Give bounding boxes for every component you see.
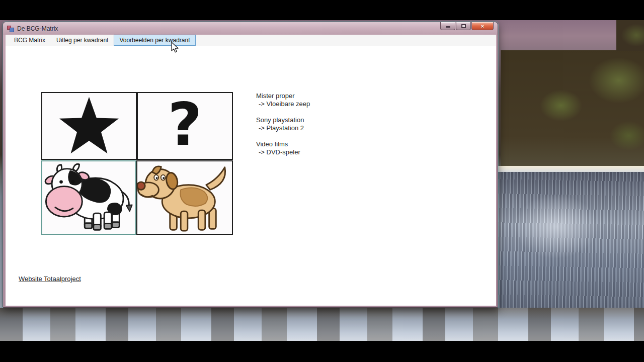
- example-item: Sony playstation -> Playstation 2: [256, 116, 310, 132]
- letterbox-bar-bottom: [0, 341, 644, 362]
- waterfall-mist: [0, 308, 644, 341]
- question-mark-glyph: ?: [168, 95, 202, 154]
- window-title: De BCG-Matrix: [17, 25, 58, 32]
- example-result: -> Vloeibare zeep: [256, 100, 310, 108]
- example-result: -> DVD-speler: [256, 148, 310, 156]
- website-totaalproject-link[interactable]: Website Totaalproject: [19, 275, 81, 283]
- minimize-button[interactable]: [440, 22, 455, 30]
- example-product: Mister proper: [256, 92, 310, 100]
- example-result: -> Playstation 2: [256, 124, 310, 132]
- menu-item-voorbeelden-per-kwadrant[interactable]: Voorbeelden per kwadrant: [114, 35, 195, 46]
- client-area: BCG Matrix Uitleg per kwadrant Voorbeeld…: [6, 35, 496, 306]
- quadrant-cash-cow-box: [41, 160, 136, 235]
- titlebar[interactable]: De BCG-Matrix: [3, 22, 498, 35]
- waterfall-water: [497, 172, 644, 309]
- examples-text-block: Mister proper -> Vloeibare zeep Sony pla…: [256, 92, 310, 164]
- screen: { "window": { "title": "De BCG-Matrix", …: [0, 0, 644, 362]
- close-icon: ×: [481, 23, 484, 29]
- window-controls: ×: [440, 22, 494, 30]
- example-product: Sony playstation: [256, 116, 310, 124]
- close-button[interactable]: ×: [471, 22, 494, 30]
- app-window: De BCG-Matrix × BCG Matrix Uitleg per kw…: [3, 22, 498, 308]
- trees-background: [501, 50, 644, 173]
- mouse-cursor: [171, 42, 179, 53]
- menu-bar: BCG Matrix Uitleg per kwadrant Voorbeeld…: [6, 35, 496, 46]
- quadrant-question-box: ?: [137, 92, 233, 160]
- maximize-icon: [461, 24, 466, 28]
- menu-item-bcg-matrix[interactable]: BCG Matrix: [9, 35, 51, 46]
- quadrant-dog-box: [136, 160, 233, 235]
- dog-image: [137, 161, 232, 234]
- letterbox-bar-top: [0, 0, 644, 20]
- menu-item-uitleg-per-kwadrant[interactable]: Uitleg per kwadrant: [51, 35, 114, 46]
- trees-background-corner: [616, 20, 644, 51]
- example-item: Video films -> DVD-speler: [256, 140, 310, 156]
- minimize-icon: [446, 26, 450, 28]
- quadrant-star-box: [41, 92, 137, 160]
- star-icon: [42, 93, 136, 159]
- example-item: Mister proper -> Vloeibare zeep: [256, 92, 310, 108]
- example-product: Video films: [256, 140, 310, 148]
- maximize-button[interactable]: [456, 22, 471, 30]
- app-icon: [7, 25, 14, 32]
- cash-cow-image: [42, 161, 135, 234]
